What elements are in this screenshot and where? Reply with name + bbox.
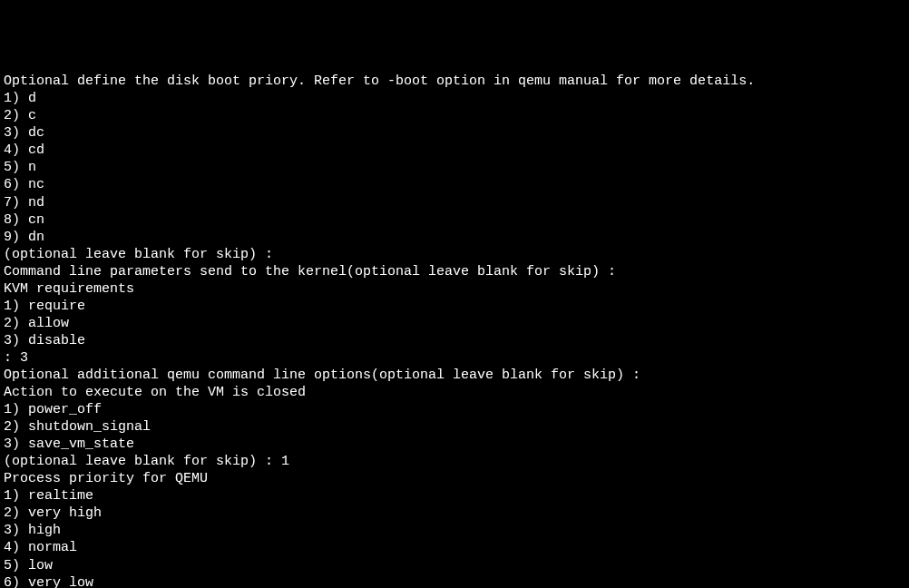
close-action-prompt-answer: (optional leave blank for skip) : 1 <box>4 453 905 470</box>
boot-option-nc: 6) nc <box>4 176 905 193</box>
kvm-option-require: 1) require <box>4 298 905 315</box>
kvm-prompt-answer: : 3 <box>4 349 905 367</box>
boot-priority-prompt: (optional leave blank for skip) : <box>4 246 905 263</box>
kvm-header: KVM requirements <box>4 280 905 298</box>
terminal-output[interactable]: Optional define the disk boot priory. Re… <box>4 73 905 588</box>
priority-option-high: 3) high <box>4 522 905 539</box>
boot-option-dn: 9) dn <box>4 229 905 246</box>
close-option-poweroff: 1) power_off <box>4 401 905 418</box>
boot-option-cn: 8) cn <box>4 211 905 229</box>
priority-option-realtime: 1) realtime <box>4 487 905 505</box>
priority-option-low: 5) low <box>4 557 905 574</box>
close-option-savestate: 3) save_vm_state <box>4 436 905 453</box>
boot-option-c: 2) c <box>4 107 905 124</box>
kernel-params-prompt: Command line parameters send to the kern… <box>4 263 905 280</box>
boot-option-dc: 3) dc <box>4 124 905 142</box>
priority-option-verylow: 6) very low <box>4 574 905 588</box>
qemu-options-prompt: Optional additional qemu command line op… <box>4 367 905 384</box>
priority-option-veryhigh: 2) very high <box>4 505 905 522</box>
priority-header: Process priority for QEMU <box>4 470 905 487</box>
kvm-option-disable: 3) disable <box>4 332 905 349</box>
close-action-header: Action to execute on the VM is closed <box>4 384 905 401</box>
close-option-shutdown: 2) shutdown_signal <box>4 418 905 436</box>
boot-option-cd: 4) cd <box>4 142 905 159</box>
boot-option-nd: 7) nd <box>4 194 905 211</box>
boot-option-d: 1) d <box>4 90 905 107</box>
boot-priority-header: Optional define the disk boot priory. Re… <box>4 73 905 90</box>
priority-option-normal: 4) normal <box>4 539 905 556</box>
boot-option-n: 5) n <box>4 159 905 176</box>
kvm-option-allow: 2) allow <box>4 315 905 332</box>
